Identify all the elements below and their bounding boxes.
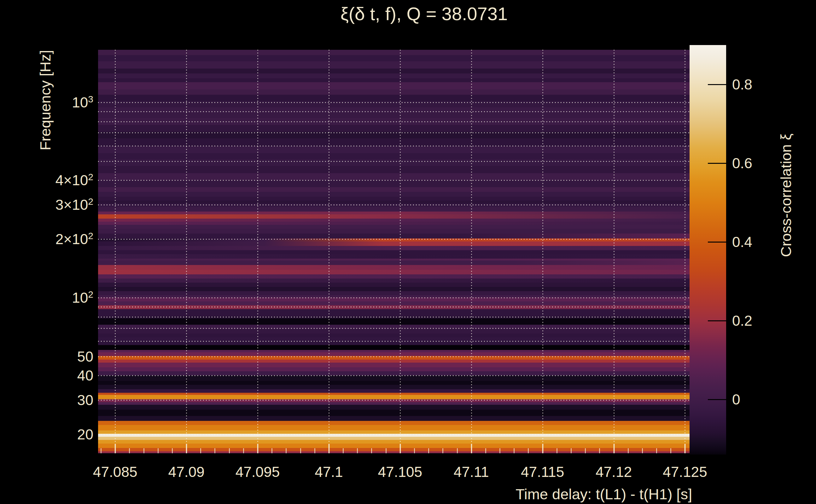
- colorbar-title: Cross-correlation ξ: [777, 134, 795, 257]
- colorbar-tick-label: 0.6: [732, 155, 752, 172]
- colorbar-tick: [708, 242, 726, 243]
- x-axis-title: Time delay: t(L1) - t(H1) [s]: [515, 485, 692, 503]
- colorbar: [690, 45, 726, 455]
- y-tick-label: 30: [77, 392, 93, 409]
- colorbar-tick-label: 0.4: [732, 233, 752, 250]
- x-tick-label: 47.085: [93, 463, 137, 480]
- y-tick-label: 103: [72, 94, 93, 111]
- y-tick-label: 2×102: [55, 231, 93, 248]
- colorbar-tick: [708, 84, 726, 85]
- y-tick-label: 4×102: [55, 172, 93, 189]
- colorbar-tick: [708, 320, 726, 321]
- figure: ξ(δ t, f), Q = 38.0731 Frequency [Hz] Ti…: [0, 0, 816, 504]
- y-tick-label: 3×102: [55, 196, 93, 213]
- colorbar-tick: [708, 163, 726, 164]
- x-tick-label: 47.105: [378, 463, 422, 480]
- x-tick-label: 47.095: [236, 463, 280, 480]
- plot-title: ξ(δ t, f), Q = 38.0731: [341, 3, 508, 24]
- x-tick-label: 47.115: [521, 463, 564, 480]
- colorbar-tick-label: 0.2: [732, 312, 752, 329]
- y-axis-title: Frequency [Hz]: [37, 50, 54, 151]
- y-tick-label: 50: [77, 348, 93, 365]
- y-tick-label: 40: [77, 367, 93, 384]
- colorbar-tick-label: 0: [732, 391, 740, 408]
- y-tick-label: 20: [77, 426, 93, 443]
- colorbar-tick: [708, 399, 726, 400]
- x-tick-label: 47.11: [454, 463, 489, 480]
- colorbar-tick-label: 0.8: [732, 76, 752, 93]
- x-tick-label: 47.12: [595, 463, 632, 480]
- x-tick-label: 47.125: [663, 463, 707, 480]
- heatmap: [98, 50, 692, 453]
- x-tick-label: 47.1: [315, 463, 343, 480]
- y-tick-label: 102: [72, 289, 93, 306]
- x-tick-label: 47.09: [168, 463, 205, 480]
